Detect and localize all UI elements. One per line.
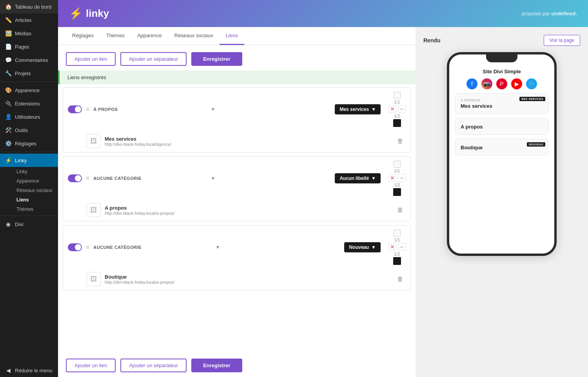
color-btn-3[interactable] — [393, 257, 401, 265]
tab-reseaux-sociaux[interactable]: Réseaux sociaux — [168, 27, 220, 45]
add-link-button-bottom[interactable]: Ajouter un lien — [66, 359, 116, 372]
checkbox-2[interactable] — [394, 161, 401, 168]
badge-dropdown-2[interactable]: Aucun libellé ▼ — [335, 173, 381, 183]
link-delete-icon-3[interactable]: 🗑 — [395, 274, 406, 285]
medias-icon: 🖼️ — [5, 30, 12, 36]
powered-text: propulsé par undefined. — [521, 11, 577, 16]
category-chevron-2[interactable]: ▼ — [211, 176, 215, 181]
toggle-link-3[interactable] — [68, 243, 82, 251]
sidebar-item-apparence[interactable]: 🎨 Apparence — [0, 83, 58, 97]
category-chevron-1[interactable]: ▼ — [211, 107, 215, 112]
expand-btn-3[interactable]: ↔ — [398, 243, 406, 251]
badge-chevron-2: ▼ — [371, 176, 376, 181]
link-url-1: http://divi-black-friday.local/agency/ — [105, 142, 391, 147]
tab-liens[interactable]: Liens — [220, 27, 244, 45]
category-chevron-3[interactable]: ▼ — [215, 245, 220, 250]
tab-reglages[interactable]: Réglages — [66, 27, 100, 45]
sidebar-item-articles[interactable]: ✏️ Articles — [0, 13, 58, 27]
link-detail-2: 🖼 A propos http://divi-black-friday.loca… — [63, 200, 410, 221]
toggle-link-2[interactable] — [68, 174, 82, 182]
category-label-3: AUCUNE CATÉGORIE — [93, 245, 210, 250]
divi-icon: ◉ — [5, 221, 12, 227]
sidebar-subitem-reseaux-sociaux[interactable]: Réseaux sociaux — [12, 186, 58, 195]
subitem-label: Liens — [16, 197, 29, 203]
sidebar-item-reduire[interactable]: ◀ Réduire le menu — [0, 364, 58, 377]
link-delete-icon-2[interactable]: 🗑 — [395, 205, 406, 216]
save-button-bottom[interactable]: Enregistrer — [191, 359, 242, 372]
link-image-3[interactable]: 🖼 — [87, 272, 101, 286]
expand-btn-2[interactable]: ↔ — [398, 174, 406, 182]
main-content: ⚡ linky propulsé par undefined. Réglages… — [58, 0, 588, 377]
drag-handle-2[interactable]: ≡ — [86, 175, 89, 182]
tab-themes[interactable]: Thèmes — [100, 27, 131, 45]
sidebar-item-label: Réglages — [15, 141, 36, 147]
tab-apparence[interactable]: Apparence — [131, 27, 168, 45]
expand-btn-1[interactable]: ↔ — [398, 105, 406, 113]
add-separator-button-bottom[interactable]: Ajouter un séparateur — [120, 359, 187, 372]
sidebar-item-linky[interactable]: ⚡ Linky — [0, 154, 58, 167]
phone-social-row: f 📷 P ▶ 🐦 — [466, 78, 537, 89]
sidebar-item-label: Tableau de bord — [15, 4, 51, 10]
phone-card-3[interactable]: Boutique NOUVEAU — [455, 139, 549, 156]
fraction-bottom-2: 1/2 — [394, 183, 400, 187]
link-delete-icon-1[interactable]: 🗑 — [395, 136, 406, 147]
sidebar-subitem-apparence[interactable]: Apparence — [12, 176, 58, 186]
drag-handle-3[interactable]: ≡ — [86, 244, 89, 251]
delete-btn-3[interactable]: ✕ — [388, 243, 396, 251]
sidebar-subitem-linky[interactable]: Linky — [12, 167, 58, 176]
link-text-col-2: A propos http://divi-black-friday.local/… — [105, 205, 391, 216]
badge-dropdown-1[interactable]: Mes services ▼ — [335, 104, 381, 114]
sidebar-subitem-liens[interactable]: Liens — [12, 195, 58, 205]
sidebar-item-commentaires[interactable]: 💬 Commentaires — [0, 53, 58, 67]
delete-btn-2[interactable]: ✕ — [388, 174, 396, 182]
badge-dropdown-3[interactable]: Nouveau ▼ — [344, 242, 381, 252]
badge-label-1: Mes services — [339, 107, 369, 112]
link-name-3: Boutique — [105, 274, 391, 280]
sidebar-item-medias[interactable]: 🖼️ Médias — [0, 27, 58, 40]
link-text-col-3: Boutique http://divi-black-friday.local/… — [105, 274, 391, 285]
right-panel: Rendu Voir la page Site Divi Simple f 📷 … — [416, 27, 588, 377]
sidebar-item-projets[interactable]: 🔧 Projets — [0, 67, 58, 80]
link-name-1: Mes services — [105, 136, 391, 142]
category-label-2: AUCUNE CATÉGORIE — [93, 176, 205, 181]
phone-card-1[interactable]: À PROPOS Mes services MES SERVICES — [455, 93, 549, 114]
add-separator-button-top[interactable]: Ajouter un séparateur — [120, 52, 187, 66]
controls-col-2: 1/1 ✕ ↔ 1/2 — [388, 161, 406, 196]
sidebar-item-utilisateurs[interactable]: 👤 Utilisateurs — [0, 110, 58, 123]
color-btn-2[interactable] — [393, 188, 401, 196]
checkbox-3[interactable] — [394, 230, 401, 237]
toggle-link-1[interactable] — [68, 105, 82, 113]
phone-card-3-badge: NOUVEAU — [527, 142, 545, 147]
extensions-icon: 🔌 — [5, 100, 12, 107]
sidebar-item-tableau-de-bord[interactable]: 🏠 Tableau de bord — [0, 0, 58, 13]
sidebar-item-label: Commentaires — [15, 57, 48, 63]
sidebar-item-outils[interactable]: 🛠️ Outils — [0, 123, 58, 137]
sidebar-item-divi[interactable]: ◉ Divi — [0, 218, 58, 231]
content-area: Réglages Thèmes Apparence Réseaux sociau… — [58, 27, 588, 377]
checkbox-1[interactable] — [394, 92, 401, 99]
dashboard-icon: 🏠 — [5, 4, 12, 10]
linky-logo: ⚡ linky — [69, 7, 109, 20]
subitem-label: Réseaux sociaux — [16, 188, 52, 193]
buttons-row-bottom: Ajouter un lien Ajouter un séparateur En… — [58, 352, 416, 377]
drag-handle-1[interactable]: ≡ — [86, 106, 89, 113]
phone-card-2[interactable]: A propos — [455, 118, 549, 135]
voir-page-button[interactable]: Voir la page — [544, 35, 580, 46]
color-btn-1[interactable] — [393, 119, 401, 127]
save-button-top[interactable]: Enregistrer — [191, 52, 242, 66]
phone-content: Site Divi Simple f 📷 P ▶ 🐦 À PROPOS Mes … — [449, 62, 554, 254]
sidebar-item-pages[interactable]: 📄 Pages — [0, 40, 58, 53]
link-block-1-header: ≡ À PROPOS ▼ Mes services ▼ 1/1 ✕ — [63, 88, 410, 131]
controls-col-3: 1/1 ✕ ↔ 1/2 — [388, 230, 406, 265]
delete-btn-1[interactable]: ✕ — [388, 105, 396, 113]
link-image-2[interactable]: 🖼 — [87, 203, 101, 217]
projets-icon: 🔧 — [5, 70, 12, 76]
sidebar-item-extensions[interactable]: 🔌 Extensions — [0, 97, 58, 110]
link-image-1[interactable]: 🖼 — [87, 134, 101, 148]
sidebar-subitem-themes[interactable]: Thèmes — [12, 205, 58, 214]
phone-card-2-name: A propos — [461, 124, 543, 130]
sidebar-item-label: Linky — [15, 158, 27, 163]
sidebar-item-reglages[interactable]: ⚙️ Réglages — [0, 137, 58, 150]
left-panel: Réglages Thèmes Apparence Réseaux sociau… — [58, 27, 416, 377]
add-link-button-top[interactable]: Ajouter un lien — [66, 52, 116, 66]
